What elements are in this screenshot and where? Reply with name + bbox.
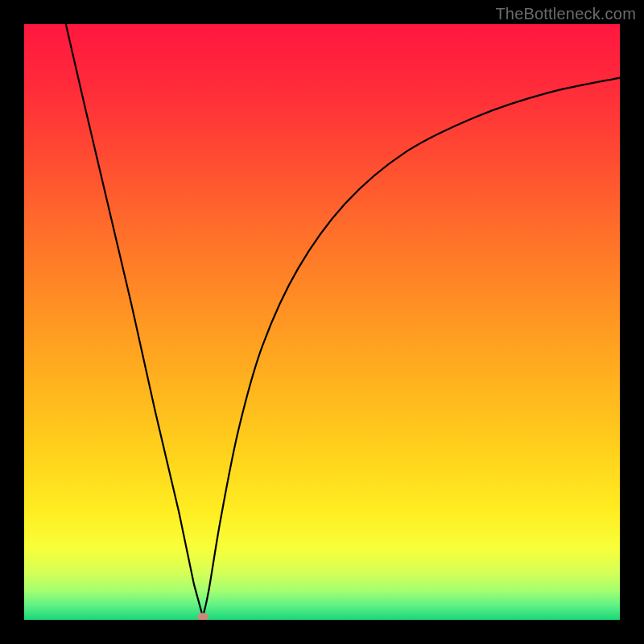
plot-area: [24, 24, 620, 620]
curve-right-segment: [203, 78, 620, 617]
bottleneck-curve: [24, 24, 620, 620]
minimum-marker: [197, 613, 208, 620]
chart-stage: TheBottleneck.com: [0, 0, 644, 644]
watermark-text: TheBottleneck.com: [495, 5, 636, 23]
curve-left-segment: [66, 24, 203, 617]
